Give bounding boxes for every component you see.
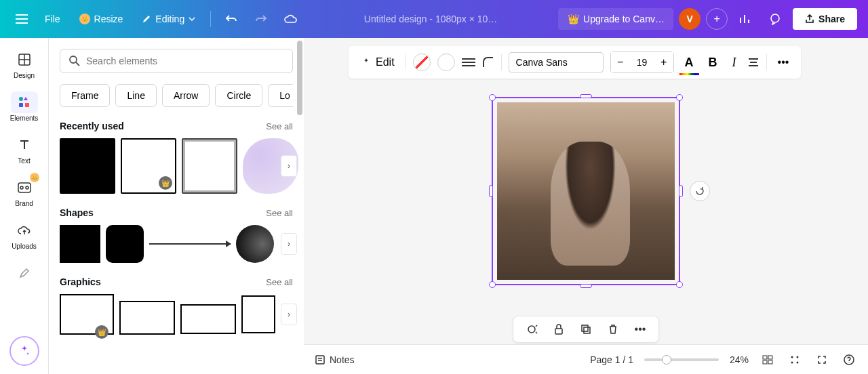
- svg-point-22: [791, 356, 793, 358]
- panel-scrollbar[interactable]: [297, 38, 304, 374]
- see-all-link[interactable]: See all: [266, 121, 293, 131]
- resize-handle[interactable]: [676, 281, 683, 288]
- chip-circle[interactable]: Circle: [215, 84, 262, 107]
- chevron-down-icon: [189, 17, 195, 21]
- page-indicator: Page 1 / 1: [590, 354, 633, 365]
- shape-rounded-square[interactable]: [106, 225, 144, 263]
- section-recently-used: Recently used See all 👑 ›: [60, 121, 293, 194]
- slider-knob[interactable]: [662, 355, 671, 365]
- redo-button[interactable]: [249, 7, 273, 31]
- notes-icon: [315, 354, 326, 365]
- resize-button[interactable]: 👑 Resize: [73, 9, 130, 28]
- resize-handle[interactable]: [580, 94, 592, 98]
- help-icon[interactable]: [841, 352, 857, 368]
- shape-square[interactable]: [60, 225, 100, 263]
- share-icon: [805, 14, 814, 24]
- shape-arrow-line[interactable]: [149, 243, 231, 245]
- svg-rect-17: [316, 356, 324, 364]
- share-label: Share: [818, 14, 845, 24]
- canvas-area: Edit Canva Sans − 19 + A B I •••: [304, 38, 868, 374]
- chip-arrow[interactable]: Arrow: [162, 84, 210, 107]
- hamburger-icon[interactable]: [11, 8, 33, 30]
- resize-handle[interactable]: [489, 94, 496, 101]
- section-title: Shapes: [60, 207, 94, 218]
- resize-handle[interactable]: [679, 185, 683, 197]
- editing-dropdown[interactable]: Editing: [135, 9, 202, 28]
- add-member-button[interactable]: +: [706, 8, 728, 30]
- elements-panel: Frame Line Arrow Circle Lo Recently used…: [49, 38, 304, 374]
- grid-view-icon[interactable]: [787, 352, 803, 368]
- svg-rect-16: [584, 327, 590, 333]
- animate-icon[interactable]: [524, 322, 539, 337]
- resize-handle[interactable]: [489, 281, 496, 288]
- see-all-link[interactable]: See all: [266, 277, 293, 287]
- lock-icon[interactable]: [551, 322, 566, 337]
- undo-button[interactable]: [219, 7, 243, 31]
- graphic-thumb[interactable]: 👑: [60, 294, 114, 335]
- rail-brand[interactable]: 👑 Brand: [3, 171, 46, 213]
- graphic-thumb[interactable]: [180, 304, 236, 334]
- svg-point-6: [20, 186, 23, 189]
- scroll-right-button[interactable]: ›: [281, 155, 297, 177]
- svg-rect-3: [19, 103, 23, 107]
- resize-handle[interactable]: [580, 284, 592, 288]
- rail-draw[interactable]: [3, 257, 46, 289]
- rail-uploads[interactable]: Uploads: [3, 214, 46, 255]
- pencil-icon: [142, 14, 151, 24]
- shape-circle[interactable]: [236, 225, 274, 263]
- document-title[interactable]: Untitled design - 1080px × 10…: [309, 14, 553, 24]
- notes-label: Notes: [330, 354, 355, 365]
- top-bar: File 👑 Resize Editing Untitled design - …: [0, 0, 868, 38]
- chip-more[interactable]: Lo: [268, 84, 293, 107]
- elements-icon: [11, 91, 38, 113]
- element-thumb[interactable]: [60, 138, 115, 194]
- rail-text[interactable]: Text: [3, 129, 46, 170]
- graphic-thumb[interactable]: [241, 295, 275, 333]
- design-icon: [11, 49, 38, 70]
- notes-button[interactable]: Notes: [315, 354, 355, 365]
- duplicate-icon[interactable]: [578, 322, 593, 337]
- cloud-sync-icon[interactable]: [279, 7, 303, 31]
- crown-icon: 👑: [568, 14, 579, 24]
- resize-handle[interactable]: [676, 94, 683, 101]
- resize-handle[interactable]: [489, 185, 493, 197]
- analytics-icon[interactable]: [733, 7, 757, 31]
- delete-icon[interactable]: [606, 322, 620, 337]
- rotate-handle[interactable]: [690, 181, 710, 201]
- see-all-link[interactable]: See all: [266, 208, 293, 218]
- element-thumb[interactable]: [182, 138, 237, 194]
- fullscreen-icon[interactable]: [814, 352, 830, 368]
- search-input[interactable]: [86, 56, 284, 66]
- graphic-thumb[interactable]: [119, 301, 175, 335]
- svg-rect-15: [582, 325, 588, 331]
- share-button[interactable]: Share: [793, 8, 857, 30]
- svg-point-13: [528, 326, 535, 333]
- magic-button[interactable]: [9, 336, 39, 366]
- scroll-right-button[interactable]: ›: [281, 233, 297, 255]
- file-menu[interactable]: File: [38, 9, 67, 28]
- draw-icon: [11, 262, 38, 284]
- zoom-value: 24%: [730, 354, 749, 365]
- chip-frame[interactable]: Frame: [60, 84, 110, 107]
- chip-line[interactable]: Line: [115, 84, 156, 107]
- zoom-slider[interactable]: [644, 358, 719, 361]
- upgrade-button[interactable]: 👑 Upgrade to Canv…: [558, 8, 673, 30]
- pages-view-icon[interactable]: [760, 352, 776, 368]
- more-icon[interactable]: •••: [633, 322, 648, 337]
- rail-design[interactable]: Design: [3, 43, 46, 85]
- selection-toolbar: •••: [513, 316, 659, 343]
- rail-elements[interactable]: Elements: [3, 86, 46, 127]
- element-thumb[interactable]: 👑: [121, 138, 176, 194]
- uploads-icon: [11, 220, 38, 241]
- canvas[interactable]: [304, 38, 868, 344]
- scroll-right-button[interactable]: ›: [281, 304, 297, 325]
- svg-point-2: [19, 97, 23, 101]
- svg-rect-18: [763, 356, 767, 359]
- selected-element[interactable]: [492, 97, 680, 285]
- search-field[interactable]: [60, 49, 293, 73]
- svg-point-25: [797, 361, 799, 363]
- comment-icon[interactable]: [763, 7, 787, 31]
- user-avatar[interactable]: V: [679, 8, 701, 30]
- svg-point-7: [26, 186, 28, 189]
- main-area: Design Elements Text 👑 Brand Uploads: [0, 38, 868, 374]
